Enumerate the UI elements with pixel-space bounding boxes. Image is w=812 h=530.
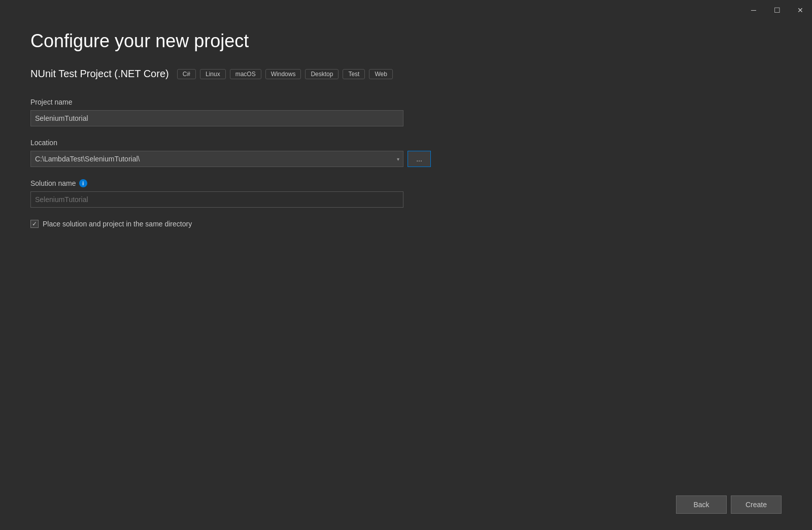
main-content: Configure your new project NUnit Test Pr… [30,30,782,228]
bottom-buttons: Back Create [676,495,782,514]
back-button[interactable]: Back [676,495,727,514]
location-select-wrapper: C:\LambdaTest\SeleniumTutorial\ ▾ [30,151,403,167]
location-label: Location [30,139,782,147]
same-directory-checkbox[interactable]: ✓ [30,220,39,228]
checkbox-row: ✓ Place solution and project in the same… [30,220,782,228]
maximize-button[interactable]: ☐ [765,0,789,20]
location-row: C:\LambdaTest\SeleniumTutorial\ ▾ ... [30,151,782,167]
checkmark-icon: ✓ [32,221,37,227]
project-type-name: NUnit Test Project (.NET Core) [30,68,169,80]
create-button[interactable]: Create [731,495,782,514]
info-icon[interactable]: i [79,179,87,187]
checkbox-label: Place solution and project in the same d… [43,220,192,228]
project-name-group: Project name [30,98,782,126]
solution-name-input[interactable] [30,191,403,208]
project-name-label: Project name [30,98,782,106]
project-name-input[interactable] [30,110,403,126]
page-title: Configure your new project [30,30,782,52]
project-type-row: NUnit Test Project (.NET Core) C# Linux … [30,68,782,80]
title-bar: ─ ☐ ✕ [742,0,812,20]
minimize-button[interactable]: ─ [742,0,765,20]
location-select[interactable]: C:\LambdaTest\SeleniumTutorial\ [30,151,403,167]
tag-linux: Linux [200,69,226,79]
solution-name-label: Solution name i [30,179,782,187]
tag-desktop: Desktop [305,69,339,79]
location-group: Location C:\LambdaTest\SeleniumTutorial\… [30,139,782,167]
close-button[interactable]: ✕ [789,0,812,20]
tag-web: Web [369,69,392,79]
tag-csharp: C# [177,69,196,79]
browse-button[interactable]: ... [408,151,431,167]
tag-windows: Windows [265,69,301,79]
tag-macos: macOS [230,69,261,79]
solution-name-group: Solution name i [30,179,782,208]
tag-test: Test [343,69,365,79]
